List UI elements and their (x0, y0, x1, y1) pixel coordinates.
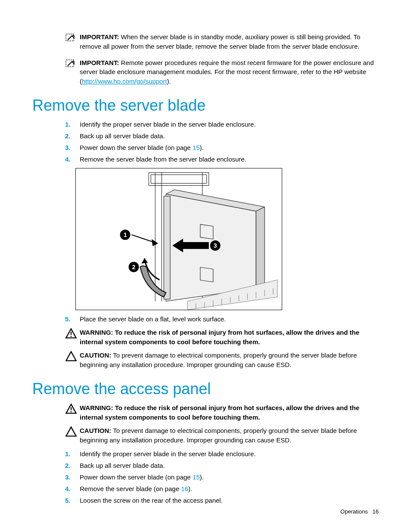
step-3-before: Power down the server blade (on page (80, 144, 193, 151)
step-1: Identify the proper server blade in the … (65, 120, 379, 129)
svg-rect-7 (183, 242, 209, 249)
important-label: IMPORTANT: (80, 59, 119, 66)
warning-label: WARNING: (80, 329, 113, 336)
svg-rect-5 (164, 196, 170, 299)
section1-steps: Identify the proper server blade in the … (32, 120, 379, 164)
warning-icon (65, 328, 77, 340)
step-3-after: ). (200, 144, 204, 151)
important-1-body: When the server blade is in standby mode… (80, 33, 360, 50)
warning-text: WARNING: To reduce the risk of personal … (80, 403, 379, 422)
warning-body: To reduce the risk of personal injury fr… (80, 329, 359, 345)
important-2-body-after: ). (167, 78, 171, 85)
warning-text: WARNING: To reduce the risk of personal … (80, 328, 379, 347)
footer-section: Operations (340, 508, 368, 515)
warning-icon (65, 403, 77, 416)
caution-text: CAUTION: To prevent damage to electrical… (80, 351, 379, 370)
page-ref-15[interactable]: 15 (193, 144, 200, 151)
page-ref-15[interactable]: 15 (193, 473, 200, 481)
caution-text: CAUTION: To prevent damage to electrical… (80, 426, 379, 445)
important-notice-1: IMPORTANT: When the server blade is in s… (32, 32, 379, 51)
heading-remove-access-panel: Remove the access panel (32, 380, 379, 398)
s2-step-4-before: Remove the server blade (on page (80, 485, 181, 492)
svg-text:1: 1 (124, 231, 127, 238)
important-icon (65, 32, 77, 43)
s2-step-5: Loosen the screw on the rear of the acce… (65, 496, 379, 505)
important-1-text: IMPORTANT: When the server blade is in s… (80, 32, 379, 51)
important-notice-2: IMPORTANT: Remote power procedures requi… (32, 58, 379, 86)
section1-warning: WARNING: To reduce the risk of personal … (32, 328, 379, 347)
warning-body: To reduce the risk of personal injury fr… (80, 404, 359, 421)
s2-step-1: Identify the proper server blade in the … (65, 449, 379, 458)
step-3: Power down the server blade (on page 15)… (65, 143, 379, 152)
page-ref-16[interactable]: 16 (181, 485, 188, 492)
section1-caution: CAUTION: To prevent damage to electrical… (32, 351, 379, 370)
section2-warning: WARNING: To reduce the risk of personal … (32, 403, 379, 422)
page-footer: Operations 16 (340, 508, 379, 515)
step-4: Remove the server blade from the server … (65, 155, 379, 164)
caution-body: To prevent damage to electrical componen… (80, 427, 357, 444)
important-2-text: IMPORTANT: Remote power procedures requi… (80, 58, 379, 86)
caution-icon (65, 351, 77, 363)
s2-step-4-after: ). (188, 485, 192, 492)
important-icon (65, 58, 77, 68)
s2-step-2: Back up all server blade data. (65, 461, 379, 470)
hp-support-link[interactable]: http://www.hp.com/go/support (82, 78, 167, 85)
s2-step-3-after: ). (200, 473, 204, 481)
section2-steps: Identify the proper server blade in the … (32, 449, 379, 505)
heading-remove-server-blade: Remove the server blade (32, 96, 379, 115)
svg-text:2: 2 (132, 263, 136, 270)
svg-point-29 (71, 411, 72, 412)
svg-point-27 (71, 336, 72, 337)
caution-icon (65, 426, 77, 439)
caution-label: CAUTION: (80, 352, 111, 359)
s2-step-3-before: Power down the server blade (on page (80, 473, 193, 481)
s2-step-4: Remove the server blade (on page 16). (65, 484, 379, 493)
warning-label: WARNING: (80, 404, 113, 411)
s2-step-3: Power down the server blade (on page 15)… (65, 473, 379, 482)
svg-text:3: 3 (214, 242, 217, 249)
section1-steps-cont: Place the server blade on a flat, level … (32, 314, 379, 324)
server-blade-removal-figure: 1 2 3 (75, 168, 282, 310)
important-label: IMPORTANT: (80, 33, 119, 40)
footer-page: 16 (373, 508, 379, 515)
step-5: Place the server blade on a flat, level … (65, 314, 379, 324)
caution-label: CAUTION: (80, 427, 111, 434)
caution-body: To prevent damage to electrical componen… (80, 352, 357, 368)
step-2: Back up all server blade data. (65, 131, 379, 140)
section2-caution: CAUTION: To prevent damage to electrical… (32, 426, 379, 445)
